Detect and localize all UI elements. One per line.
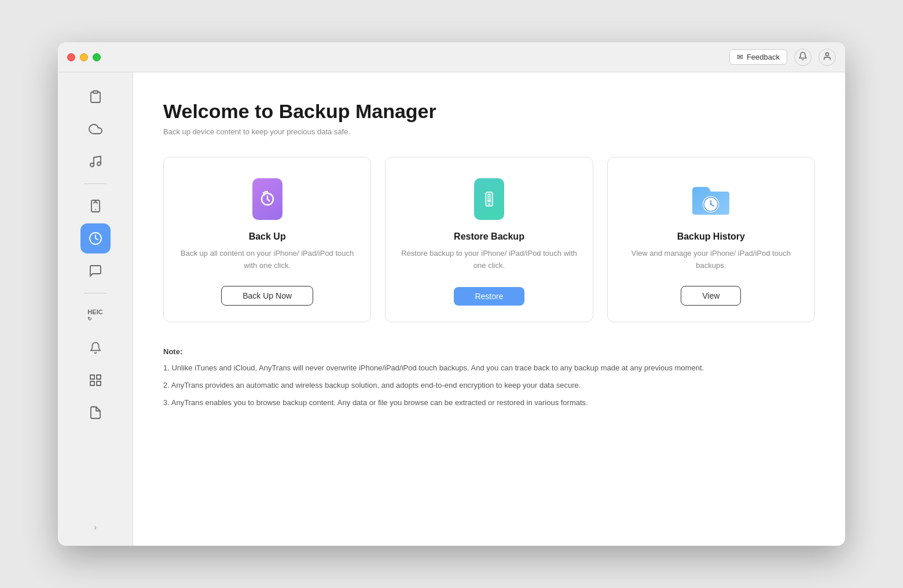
svg-point-3: [97, 162, 101, 166]
sidebar-item-apps[interactable]: [80, 365, 111, 395]
svg-rect-8: [97, 375, 101, 379]
note-item-3: 3. AnyTrans enables you to browse backup…: [163, 396, 815, 409]
app-window: ✉ Feedback: [58, 42, 845, 546]
svg-rect-9: [90, 381, 94, 385]
user-icon: [823, 52, 832, 63]
history-card-desc: View and manage your iPhone/ iPad/iPod t…: [622, 248, 801, 272]
history-card-icon-wrapper: [690, 178, 732, 220]
restore-card: Restore Backup Restore backup to your iP…: [385, 157, 593, 322]
svg-point-0: [825, 53, 828, 56]
sidebar: HEIC↻: [58, 72, 133, 546]
titlebar-right: ✉ Feedback: [729, 49, 836, 66]
notification-icon: [798, 52, 807, 63]
sidebar-item-files[interactable]: [80, 398, 111, 428]
feedback-label: Feedback: [747, 53, 780, 61]
cards-row: Back Up Back up all content on your iPho…: [163, 157, 815, 322]
page-title: Welcome to Backup Manager: [163, 100, 815, 123]
view-button[interactable]: View: [681, 286, 741, 306]
sidebar-item-cloud[interactable]: [80, 114, 111, 144]
svg-rect-10: [97, 381, 101, 385]
notification-button[interactable]: [794, 49, 812, 66]
expand-icon: ›: [94, 523, 97, 532]
traffic-lights: [67, 53, 101, 61]
sidebar-divider-1: [84, 183, 107, 184]
sidebar-expand-button[interactable]: ›: [80, 518, 111, 536]
svg-point-2: [90, 163, 94, 167]
svg-rect-13: [487, 194, 491, 202]
titlebar: ✉ Feedback: [58, 42, 845, 72]
minimize-button[interactable]: [80, 53, 88, 61]
restore-button[interactable]: Restore: [454, 287, 524, 306]
sidebar-item-device[interactable]: [80, 82, 111, 112]
sidebar-item-notifications[interactable]: [80, 333, 111, 363]
restore-card-title: Restore Backup: [454, 231, 524, 242]
page-subtitle: Back up device content to keep your prec…: [163, 127, 815, 136]
folder-svg: [691, 182, 731, 216]
sidebar-item-heic[interactable]: HEIC↻: [80, 300, 111, 330]
restore-phone-icon: [474, 178, 504, 220]
close-button[interactable]: [67, 53, 75, 61]
backup-phone-icon: [252, 178, 282, 220]
notes-title: Note:: [163, 346, 815, 358]
feedback-mail-icon: ✉: [737, 53, 743, 61]
feedback-button[interactable]: ✉ Feedback: [729, 49, 787, 65]
note-item-1: 1. Unlike iTunes and iCloud, AnyTrans wi…: [163, 362, 815, 374]
notes-section: Note: 1. Unlike iTunes and iCloud, AnyTr…: [163, 346, 815, 409]
backup-card-icon-wrapper: [247, 178, 288, 220]
backup-card: Back Up Back up all content on your iPho…: [163, 157, 371, 322]
svg-rect-1: [93, 91, 98, 93]
note-item-2: 2. AnyTrans provides an automatic and wi…: [163, 379, 815, 392]
svg-rect-7: [90, 375, 94, 379]
user-button[interactable]: [818, 49, 836, 66]
maximize-button[interactable]: [93, 53, 101, 61]
backup-card-desc: Back up all content on your iPhone/ iPad…: [178, 248, 357, 272]
history-card: Backup History View and manage your iPho…: [607, 157, 815, 322]
sidebar-item-music[interactable]: [80, 146, 111, 177]
sidebar-item-transfer[interactable]: [80, 191, 111, 221]
history-card-title: Backup History: [677, 231, 745, 242]
content-area: Welcome to Backup Manager Back up device…: [133, 72, 845, 546]
svg-point-19: [710, 204, 712, 205]
sidebar-divider-2: [84, 293, 107, 293]
main-layout: HEIC↻: [58, 72, 845, 546]
restore-card-desc: Restore backup to your iPhone/ iPad/iPod…: [399, 248, 578, 273]
sidebar-item-chat[interactable]: [80, 256, 111, 286]
backup-card-title: Back Up: [249, 231, 286, 242]
svg-point-14: [488, 204, 490, 205]
sidebar-item-backup[interactable]: [80, 223, 111, 253]
backup-now-button[interactable]: Back Up Now: [221, 286, 313, 306]
restore-card-icon-wrapper: [468, 178, 510, 220]
